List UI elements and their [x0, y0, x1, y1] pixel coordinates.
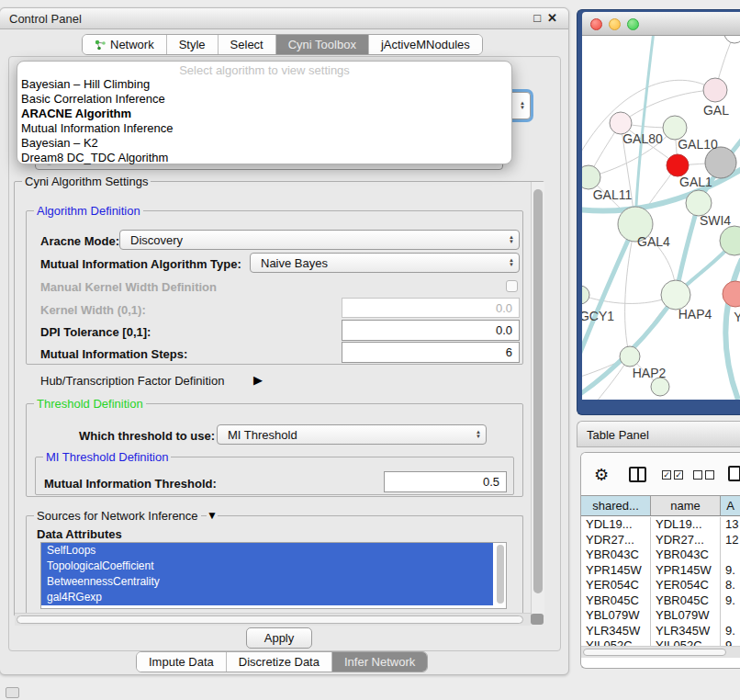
dropdown-item[interactable]: Bayesian – Hill Climbing [17, 77, 511, 92]
mi-steps-label: Mutual Information Steps: [40, 347, 187, 361]
tab-infer-network[interactable]: Infer Network [331, 652, 427, 672]
node-swi4 [686, 190, 712, 216]
algorithm-definition-title: Algorithm Definition [34, 204, 143, 218]
node-label: HAP4 [678, 307, 712, 322]
network-window-titlebar[interactable] [582, 12, 740, 36]
attribute-item-selected[interactable]: gal4RGexp [41, 590, 493, 605]
tab-cyni-toolbox-label: Cyni Toolbox [288, 38, 356, 51]
dropdown-item-selected[interactable]: ARACNE Algorithm [17, 107, 511, 121]
table-row[interactable]: YBR045CYBR045C9. [581, 593, 740, 609]
gear-icon[interactable]: ⚙ [594, 465, 609, 485]
dropdown-prompt: Select algorithm to view settings [17, 63, 511, 77]
network-canvas[interactable]: GAL GAL80 GAL10 GAL1 GAL11 SWI4 GAL4 GCY… [582, 36, 740, 400]
attribute-item-selected[interactable]: SelfLoops [41, 543, 493, 559]
dropdown-item[interactable]: Bayesian – K2 [17, 136, 511, 151]
cell-value: 9. [721, 638, 740, 646]
dpi-tolerance-input[interactable]: 0.0 [342, 320, 520, 341]
attribute-item-selected[interactable]: TopologicalCoefficient [41, 559, 493, 574]
cell-name: YPR145W [651, 563, 721, 579]
checked-box-icon[interactable]: ✓ [674, 470, 683, 480]
table-row[interactable]: YBR043CYBR043C [581, 548, 740, 563]
apply-button[interactable]: Apply [246, 627, 312, 649]
mi-steps-input[interactable]: 6 [342, 342, 520, 363]
collapsed-panel-icon[interactable] [6, 687, 19, 698]
attribute-item-selected[interactable]: BetweennessCentrality [41, 574, 493, 590]
unchecked-box-icon[interactable] [705, 470, 714, 480]
dropdown-item[interactable]: Mutual Information Inference [17, 121, 511, 136]
mi-threshold-definition-title: MI Threshold Definition [43, 450, 171, 464]
table-hscrollbar-thumb[interactable] [583, 649, 726, 656]
tab-impute-data[interactable]: Impute Data [137, 652, 226, 672]
checked-box-icon[interactable]: ✓ [662, 470, 671, 480]
table-row[interactable]: YER054CYER054C8. [581, 578, 740, 593]
which-threshold-combobox[interactable]: MI Threshold ▲▼ [217, 424, 487, 445]
float-icon[interactable]: □ [533, 11, 541, 25]
mi-type-combobox[interactable]: Naive Bayes ▲▼ [250, 253, 520, 273]
combo-stepper-icon: ▲▼ [509, 258, 514, 267]
aracne-mode-combobox[interactable]: Discovery ▲▼ [119, 230, 520, 250]
tab-jactivemnodules[interactable]: jActiveMNodules [368, 35, 482, 54]
list-scrollbar-thumb[interactable] [497, 545, 504, 604]
mi-threshold-label: Mutual Information Threshold: [44, 477, 217, 491]
table-row[interactable]: YBL079WYBL079W [581, 608, 740, 624]
tab-impute-data-label: Impute Data [149, 655, 214, 669]
table-header-row: shared... name A [581, 495, 740, 516]
combo-stepper-icon: ▲▼ [520, 101, 525, 110]
combo-stepper-icon: ▲▼ [509, 235, 514, 244]
file-icon[interactable] [728, 466, 740, 481]
cell-shared-name: YBR043C [581, 548, 651, 563]
settings-hscrollbar-track[interactable] [15, 613, 531, 626]
tab-cyni-toolbox[interactable]: Cyni Toolbox [275, 35, 368, 54]
mi-threshold-input[interactable]: 0.5 [384, 471, 507, 492]
cell-value [721, 548, 740, 563]
cell-value: 9. [721, 593, 740, 609]
unchecked-box-icon[interactable] [693, 470, 702, 480]
node-gal [703, 78, 727, 102]
tab-network-label: Network [110, 38, 154, 51]
cell-value [721, 608, 740, 624]
dropdown-item[interactable]: Basic Correlation Inference [17, 92, 511, 107]
collapsed-arrow-icon[interactable]: ▶ [253, 373, 263, 387]
network-view-window[interactable]: GAL GAL80 GAL10 GAL1 GAL11 SWI4 GAL4 GCY… [577, 9, 740, 415]
close-icon[interactable]: ✕ [547, 11, 557, 25]
control-panel-title: Control Panel [9, 12, 82, 26]
settings-group-title: Cyni Algorithm Settings [22, 175, 151, 188]
settings-vscrollbar-thumb[interactable] [533, 189, 543, 593]
hub-section-label[interactable]: Hub/Transcription Factor Definition [40, 374, 224, 388]
tab-style[interactable]: Style [166, 35, 218, 54]
zoom-traffic-light-icon[interactable] [627, 18, 639, 30]
dropdown-item[interactable]: Dream8 DC_TDC Algorithm [17, 151, 511, 165]
tab-network[interactable]: Network [83, 35, 166, 54]
node-gcy1 [582, 286, 589, 304]
node [724, 36, 740, 43]
tab-style-label: Style [179, 38, 206, 51]
node-hap2 [620, 346, 640, 367]
tab-discretize-data[interactable]: Discretize Data [226, 652, 331, 672]
kernel-width-input[interactable]: 0.0 [342, 298, 520, 318]
table-row[interactable]: YDR27...YDR27...12 [581, 533, 740, 548]
table-panel-titlebar: Table Panel [577, 421, 740, 447]
node-label: GAL10 [678, 137, 718, 152]
settings-hscrollbar-thumb[interactable] [17, 615, 523, 624]
table-row[interactable]: YLR345WYLR345W9. [581, 624, 740, 639]
cell-name: YDR27... [651, 533, 721, 548]
column-header-shared-name[interactable]: shared... [581, 496, 651, 515]
table-row[interactable]: YPR145WYPR145W9. [581, 563, 740, 579]
expanded-arrow-icon[interactable]: ▼ [207, 509, 218, 522]
close-traffic-light-icon[interactable] [590, 18, 602, 30]
data-attributes-list[interactable]: SelfLoops TopologicalCoefficient Between… [40, 542, 507, 609]
table-row[interactable]: YIL052CYIL052C9. [581, 638, 740, 646]
column-header-partial[interactable]: A [721, 496, 740, 515]
table-row[interactable]: YDL19...YDL19...13 [581, 517, 740, 533]
table-body[interactable]: YDL19...YDL19...13 YDR27...YDR27...12 YB… [581, 517, 740, 646]
manual-kernel-checkbox[interactable] [506, 280, 518, 292]
tab-infer-network-label: Infer Network [344, 655, 415, 669]
minimize-traffic-light-icon[interactable] [609, 18, 621, 30]
tab-select[interactable]: Select [218, 35, 275, 54]
columns-icon[interactable] [629, 467, 646, 482]
table-hscrollbar-track[interactable] [581, 646, 740, 658]
which-threshold-label: Which threshold to use: [79, 429, 215, 443]
node-hap4 [661, 280, 690, 310]
column-header-name[interactable]: name [651, 496, 721, 515]
settings-vscrollbar-track[interactable] [531, 182, 544, 615]
